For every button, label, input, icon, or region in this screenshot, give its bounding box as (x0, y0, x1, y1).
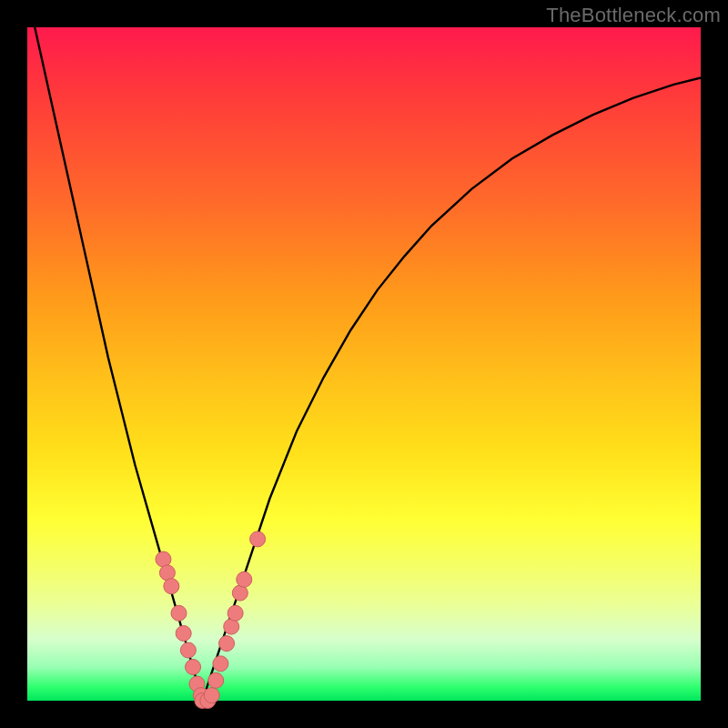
plot-area (27, 27, 701, 701)
data-point (164, 579, 179, 594)
data-point (228, 605, 243, 621)
data-point (219, 636, 235, 652)
bottleneck-curve-svg (27, 27, 701, 701)
data-point (208, 672, 224, 688)
data-point (186, 660, 201, 675)
data-point (237, 571, 252, 587)
data-point (176, 626, 191, 642)
data-point (250, 531, 266, 547)
watermark-text: TheBottleneck.com (546, 4, 721, 27)
bottleneck-curve-path (27, 0, 701, 701)
data-point (213, 656, 228, 672)
data-point (180, 642, 196, 658)
data-point (171, 605, 187, 621)
chart-frame: TheBottleneck.com (0, 0, 728, 728)
data-point (204, 688, 219, 703)
